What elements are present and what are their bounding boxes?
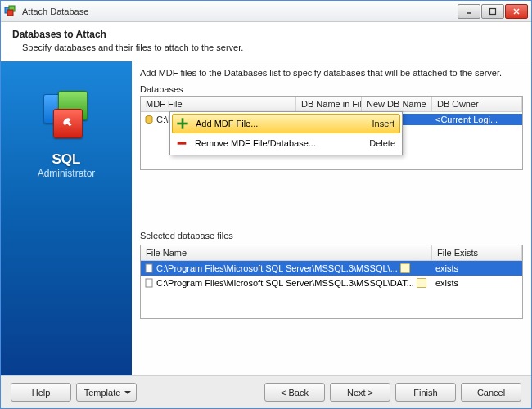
svg-rect-4 — [490, 8, 496, 14]
databases-label: Databases — [140, 84, 523, 94]
cell-filename: C:\Program Files\Microsoft SQL Server\MS… — [156, 263, 398, 273]
cell-exists: exists — [435, 278, 458, 288]
description-text: Add MDF files to the Databases list to s… — [140, 68, 523, 78]
dialog-body: SQL Administrator Add MDF files to the D… — [1, 61, 531, 375]
cancel-button[interactable]: Cancel — [461, 383, 521, 402]
svg-rect-12 — [146, 279, 152, 287]
files-body: C:\Program Files\Microsoft SQL Server\MS… — [141, 261, 522, 318]
template-button[interactable]: Template — [76, 383, 137, 402]
svg-rect-2 — [7, 10, 13, 16]
col-file-exists[interactable]: File Exists — [432, 245, 522, 260]
brand-icon — [40, 91, 92, 143]
col-file-name[interactable]: File Name — [141, 245, 432, 260]
browse-icon[interactable] — [417, 278, 426, 288]
maximize-button[interactable] — [481, 4, 504, 19]
menu-add-label: Add MDF File... — [196, 119, 365, 128]
menu-remove-shortcut: Delete — [369, 138, 395, 148]
page-title: Databases to Attach — [12, 29, 520, 40]
back-button[interactable]: < Back — [264, 383, 325, 402]
svg-rect-11 — [146, 264, 152, 272]
plus-icon — [176, 117, 189, 130]
col-new-db-name[interactable]: New DB Name — [362, 97, 432, 111]
close-button[interactable] — [505, 4, 528, 19]
context-menu: Add MDF File... Insert Remove MDF File/D… — [169, 111, 403, 155]
titlebar[interactable]: Attach Database — [1, 1, 531, 22]
page-subtitle: Specify databases and their files to att… — [12, 43, 520, 52]
cell-owner: <Current Logi... — [435, 115, 498, 124]
finish-button[interactable]: Finish — [395, 383, 456, 402]
help-button[interactable]: Help — [11, 383, 71, 402]
sidebar: SQL Administrator — [1, 61, 132, 375]
table-row[interactable]: C:\Program Files\Microsoft SQL Server\MS… — [141, 261, 522, 276]
window-controls — [458, 4, 528, 19]
menu-add-mdf[interactable]: Add MDF File... Insert — [172, 114, 400, 133]
col-db-owner[interactable]: DB Owner — [432, 97, 522, 111]
col-db-name[interactable]: DB Name in File — [296, 97, 362, 111]
col-mdf-file[interactable]: MDF File — [141, 97, 296, 111]
app-icon — [4, 5, 17, 18]
app-name: SQL — [52, 151, 81, 168]
database-icon — [144, 115, 154, 124]
selected-files-label: Selected database files — [140, 231, 523, 240]
files-header: File Name File Exists — [141, 245, 522, 261]
main-panel: Add MDF files to the Databases list to s… — [132, 61, 531, 375]
next-button[interactable]: Next > — [330, 383, 390, 402]
footer: Help Template < Back Next > Finish Cance… — [1, 375, 531, 408]
minus-icon — [175, 137, 188, 150]
file-icon — [144, 263, 154, 273]
file-icon — [144, 278, 154, 288]
minimize-button[interactable] — [458, 4, 480, 19]
menu-remove-mdf[interactable]: Remove MDF File/Database... Delete — [172, 133, 400, 153]
dialog-header: Databases to Attach Specify databases an… — [1, 22, 531, 61]
files-table[interactable]: File Name File Exists C:\Program Files\M… — [140, 245, 523, 319]
cell-exists: exists — [435, 263, 458, 273]
databases-header: MDF File DB Name in File New DB Name DB … — [141, 97, 522, 112]
attach-database-window: Attach Database Databases to Attach Spec… — [0, 0, 532, 409]
window-title: Attach Database — [22, 7, 458, 16]
browse-icon[interactable] — [400, 263, 410, 273]
cell-filename: C:\Program Files\Microsoft SQL Server\MS… — [156, 278, 414, 288]
menu-remove-label: Remove MDF File/Database... — [195, 138, 363, 148]
menu-add-shortcut: Insert — [372, 119, 394, 128]
table-row[interactable]: C:\Program Files\Microsoft SQL Server\MS… — [141, 276, 522, 290]
app-subtitle: Administrator — [38, 168, 96, 179]
